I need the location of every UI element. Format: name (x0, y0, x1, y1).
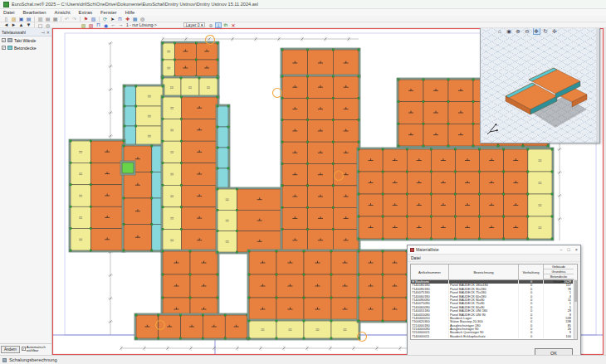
chevron-down-icon: ▾ (201, 22, 203, 27)
menu-bar: Datei Bearbeiten Ansicht Extras Fenster … (0, 9, 606, 16)
toolbar2-mid-group: ▨▨Π◉←→ (80, 22, 125, 28)
toolbar2-left-group: ◄►▲▼▢◎ (2, 22, 51, 28)
color-flag-icon[interactable]: ⚑ (83, 16, 90, 22)
toolbar-separator (34, 22, 35, 27)
panel-title: Tafelauswahl (2, 30, 39, 35)
table-cell: 100 (544, 335, 574, 338)
app-logo-icon (3, 2, 9, 7)
minimize-icon[interactable]: – (560, 247, 562, 252)
close-icon[interactable]: ✕ (46, 30, 50, 35)
status-text: Schalungsberechnung (9, 357, 57, 362)
table-icon[interactable]: ▦ (132, 16, 139, 22)
window-title: EuroSchal.net® 2025 – C:\Users\drIISch\O… (12, 2, 258, 7)
pi-measure-icon[interactable]: Π (117, 16, 124, 22)
table-row[interactable]: 7140000011Baudeck Eckkopfaufsatz0100 (411, 335, 577, 338)
auto-select-checkbox[interactable]: ✓ (22, 347, 26, 351)
col-gebaeude-stack[interactable]: Gebäude Grundriss Betondecke Gesamt (544, 265, 574, 279)
window-3d-view: 3D-Isys3 ▫ ▦ Isometrische Ansicht Ansich… (480, 8, 600, 143)
title-bar: EuroSchal.net® 2025 – C:\Users\drIISch\O… (0, 0, 606, 9)
scrollbar-thumb[interactable] (574, 280, 577, 302)
pan-up-icon[interactable]: ▲ (18, 22, 25, 28)
cursor-icon[interactable]: ➤ (110, 16, 116, 22)
tree-label: Takt Wände (14, 38, 36, 43)
menu-ansicht[interactable]: Ansicht (55, 10, 71, 15)
auto-select-option[interactable]: ✓ Automatisch wählbar (22, 346, 45, 353)
menu-bearbeiten[interactable]: Bearbeiten (23, 10, 46, 15)
change-button[interactable]: Ändern (1, 346, 20, 353)
open-folder-icon[interactable]: ▨ (11, 16, 17, 22)
toolbar-separator (80, 17, 81, 22)
panel-tafelauswahl: Tafelauswahl ⊣ ✕ ✓ Takt Wände ✓ Betondec… (0, 28, 52, 355)
takt-delete-icon[interactable]: ▨ (88, 22, 95, 28)
material-table-header: Artikelnummer Bezeichnung Vorhaltung Geb… (411, 265, 577, 280)
status-bar: Schalungsberechnung (0, 355, 606, 364)
axis-indicator-icon (486, 119, 502, 136)
window-materialliste: Materialliste – □ × Datei Artikelnummer … (407, 245, 581, 362)
deck-icon (7, 46, 12, 50)
refresh-icon[interactable]: ⟳ (102, 16, 109, 22)
add-icon[interactable]: ✚ (125, 16, 131, 22)
undo-icon[interactable]: ↶ (64, 16, 71, 22)
checkbox-betondecke[interactable]: ✓ (2, 46, 6, 50)
toolbar2-right-group: ⊕⊥th✕ (207, 22, 237, 28)
auto-select-label: Automatisch wählbar (27, 346, 45, 353)
tree-item-betondecke[interactable]: ✓ Betondecke (0, 44, 51, 51)
height-icon[interactable]: th (222, 22, 229, 28)
solution-dropdown[interactable]: 1 - nur Lösung-> (126, 22, 157, 27)
save-all-icon[interactable]: ▤ (26, 16, 32, 22)
pan-down-icon[interactable]: ▼ (26, 22, 32, 28)
support-icon[interactable]: ⊥ (215, 22, 222, 28)
table-cell: Baudeck Eckkopfaufsatz (449, 335, 519, 338)
step-back-icon[interactable]: ← (110, 22, 117, 28)
material-table: Artikelnummer Bezeichnung Vorhaltung Geb… (410, 264, 578, 340)
checkbox-takt-waende[interactable]: ✓ (2, 38, 6, 42)
step-forward-icon[interactable]: → (118, 22, 125, 28)
delete-solution-icon[interactable]: ✕ (230, 22, 237, 28)
menu-fenster[interactable]: Fenster (100, 10, 117, 15)
maximize-icon[interactable]: □ (567, 247, 569, 252)
layout-icon[interactable]: ▤ (45, 16, 51, 22)
material-menu-bar: Datei (408, 255, 580, 262)
material-window-icon (410, 248, 414, 252)
menu-hilfe[interactable]: Hilfe (125, 10, 135, 15)
toolbar-separator (61, 17, 61, 22)
copy-icon[interactable]: ▥ (37, 16, 44, 22)
toolbar-navigation: ◄►▲▼▢◎ ▨▨Π◉←→ 1 - nur Lösung-> Layer 0 ▾… (0, 22, 606, 28)
toolbar-separator (99, 17, 100, 22)
takt-show-icon[interactable]: ▨ (81, 22, 87, 28)
new-document-icon[interactable]: ▯ (3, 16, 10, 22)
material-table-body[interactable]: ⊟ Baukrane016297140180180Panel BAUDECK 1… (411, 280, 577, 339)
pan-left-icon[interactable]: ◄ (3, 22, 10, 28)
layer-dropdown[interactable]: Layer 0 ▾ (183, 22, 206, 28)
magnifier-icon[interactable]: ◎ (45, 22, 51, 28)
print-icon[interactable]: ▦ (52, 16, 59, 22)
panel-footer: Ändern ✓ Automatisch wählbar (0, 343, 51, 355)
redo-icon[interactable]: ↷ (71, 16, 78, 22)
table-cell: 0 (519, 335, 544, 338)
wall-icon (7, 38, 12, 42)
col-vorhaltung[interactable]: Vorhaltung (519, 265, 544, 279)
col-artikelnummer[interactable]: Artikelnummer (411, 265, 449, 279)
material-scrollbar[interactable] (574, 279, 577, 339)
save-icon[interactable]: ▣ (18, 16, 25, 22)
3d-viewport[interactable]: ⌂◉⊕⊖✥↻✣ (481, 27, 599, 143)
settings-icon[interactable]: ⊕ (208, 22, 214, 28)
menu-extras[interactable]: Extras (79, 10, 92, 15)
window-zoom-icon[interactable]: ▢ (37, 22, 44, 28)
image-icon[interactable]: ▧ (90, 16, 97, 22)
tree-item-takt-waende[interactable]: ✓ Takt Wände (0, 36, 51, 44)
material-window-title: Materialliste (416, 247, 555, 252)
pan-right-icon[interactable]: ► (11, 22, 17, 28)
material-menu-datei[interactable]: Datei (411, 255, 421, 260)
panel-header: Tafelauswahl ⊣ ✕ (0, 28, 51, 36)
menu-datei[interactable]: Datei (3, 10, 15, 15)
tree-label: Betondecke (14, 46, 36, 51)
close-icon[interactable]: × (575, 247, 578, 252)
col-bezeichnung[interactable]: Bezeichnung (449, 265, 519, 279)
zoom-icon[interactable]: ◎ (139, 16, 146, 22)
status-icon (2, 358, 7, 362)
pin-icon[interactable]: ⊣ (41, 30, 44, 35)
pi-icon[interactable]: Π (95, 22, 102, 28)
info-icon[interactable]: ◉ (103, 22, 110, 28)
table-cell: 7140000011 (411, 335, 449, 338)
